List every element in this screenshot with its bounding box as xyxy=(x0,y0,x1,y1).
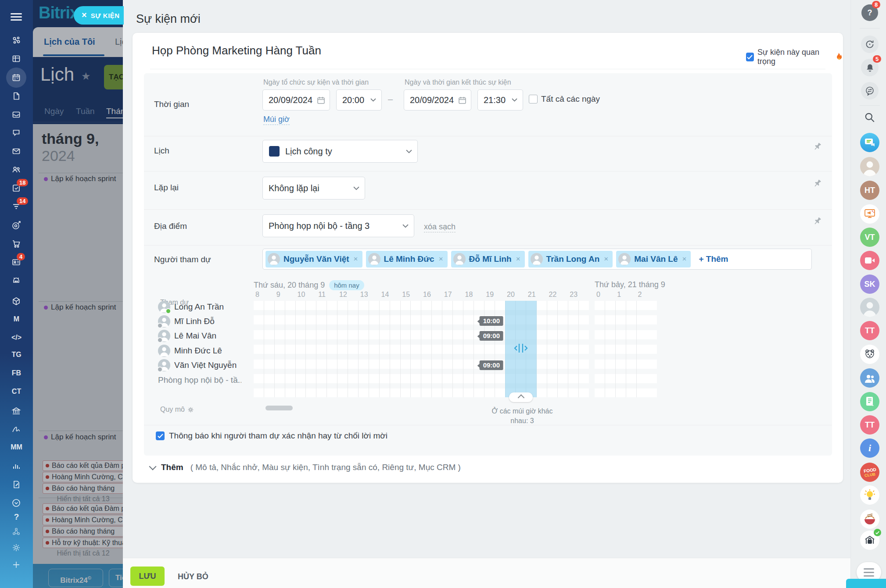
signature-icon[interactable] xyxy=(11,424,21,434)
security-avatar[interactable] xyxy=(860,531,879,550)
pin-icon[interactable] xyxy=(811,140,823,153)
messenger-avatar[interactable] xyxy=(860,133,879,152)
chat-exchange-button[interactable] xyxy=(861,82,879,100)
sidebar-item-ct[interactable]: CT xyxy=(0,388,33,396)
bank-icon[interactable] xyxy=(11,406,21,416)
calendar-select[interactable]: Lịch công ty xyxy=(262,140,418,163)
docs-avatar[interactable] xyxy=(860,392,879,411)
market-cube-icon[interactable] xyxy=(11,296,21,306)
avatar-tt[interactable]: TT xyxy=(860,321,879,340)
sidebar-item-fb[interactable]: FB xyxy=(0,369,33,377)
notify-checkbox-row[interactable]: Thông báo khi người tham dự xác nhận hay… xyxy=(156,431,387,441)
attendee-chip[interactable]: Lê Minh Đức × xyxy=(366,251,448,267)
hamburger-menu-icon[interactable] xyxy=(11,13,22,14)
all-day-checkbox[interactable] xyxy=(529,95,538,103)
pin-icon[interactable] xyxy=(811,215,823,227)
event-name-input[interactable]: Họp Phòng Marketing Hàng Tuần xyxy=(152,44,635,57)
today-badge: hôm nay xyxy=(329,280,364,290)
range-resize-handle[interactable] xyxy=(513,343,529,353)
sidebar-item-m[interactable]: M xyxy=(0,315,33,323)
divider xyxy=(144,171,832,171)
avatar-sk[interactable]: SK xyxy=(860,274,879,294)
drive-icon[interactable] xyxy=(11,110,21,119)
scale-control[interactable]: Quy mô xyxy=(160,406,194,413)
start-date-field[interactable]: 20/09/2024 xyxy=(262,89,330,110)
more-label[interactable]: Thêm xyxy=(161,463,183,472)
sidebar-item-code[interactable]: </> xyxy=(0,334,33,342)
calendar-picker-icon[interactable] xyxy=(317,96,325,104)
avatar-vt[interactable]: VT xyxy=(860,228,879,247)
save-button[interactable]: LƯU xyxy=(130,567,165,586)
end-date-field[interactable]: 20/09/2024 xyxy=(404,89,471,110)
end-time-field[interactable]: 21:30 xyxy=(477,89,523,110)
scheduler-scrollbar[interactable] xyxy=(265,406,293,410)
lunch-avatar[interactable] xyxy=(860,510,879,529)
remove-attendee-icon[interactable]: × xyxy=(604,255,608,264)
bear-avatar[interactable] xyxy=(860,345,879,364)
cart-icon[interactable] xyxy=(11,239,21,249)
history-sync-button[interactable] xyxy=(861,36,879,53)
attendee-name: Phòng họp nội bộ - tầ... xyxy=(158,375,241,385)
video-call-avatar[interactable] xyxy=(860,251,879,270)
important-checkbox-row[interactable]: Sự kiện này quan trọng xyxy=(746,48,843,66)
share-nodes-icon[interactable] xyxy=(11,527,21,536)
attendees-input[interactable]: Nguyễn Văn Việt × Lê Minh Đức × Đỗ Mĩ Li xyxy=(262,249,812,270)
mail-icon[interactable] xyxy=(11,146,21,156)
calendar-picker-icon[interactable] xyxy=(458,96,466,104)
remove-attendee-icon[interactable]: × xyxy=(354,255,358,264)
location-select[interactable]: Phòng họp nội bộ - tầng 3 xyxy=(262,214,414,237)
info-avatar[interactable]: i xyxy=(860,438,879,458)
help-icon[interactable]: ? xyxy=(0,512,33,522)
users-icon[interactable] xyxy=(11,165,21,175)
close-icon[interactable]: × xyxy=(82,10,87,20)
avatar-tt2[interactable]: TT xyxy=(860,415,879,435)
avatar-photo[interactable] xyxy=(860,157,879,176)
network-icon[interactable] xyxy=(11,36,21,45)
hour-label: 2 xyxy=(638,291,659,299)
all-day-checkbox-row[interactable]: Tất cả các ngày xyxy=(529,94,600,104)
marketing-avatar[interactable] xyxy=(860,204,879,224)
collapse-scheduler-button[interactable] xyxy=(509,392,533,402)
clear-location-link[interactable]: xóa sạch xyxy=(424,222,456,232)
attendee-chip[interactable]: Mai Vân Lê × xyxy=(616,251,691,267)
avatar-ht[interactable]: HT xyxy=(860,181,879,200)
avatar-photo[interactable] xyxy=(860,298,879,317)
add-attendee-button[interactable]: + Thêm xyxy=(699,254,728,264)
food-club-avatar[interactable]: FOOD CLUB xyxy=(860,463,879,482)
slider-close-tab[interactable]: × SỰ KIỆN xyxy=(74,6,124,25)
attendee-chip[interactable]: Trần Long An × xyxy=(528,251,613,267)
chat-icon[interactable] xyxy=(11,128,21,138)
chart-icon[interactable] xyxy=(11,461,21,471)
calendar-icon[interactable] xyxy=(11,73,21,82)
start-time-field[interactable]: 20:00 xyxy=(336,89,382,110)
important-checkbox[interactable] xyxy=(746,53,754,61)
document-icon[interactable] xyxy=(11,91,21,101)
cancel-button[interactable]: HỦY BỎ xyxy=(175,567,211,586)
timezone-link[interactable]: Múi giờ xyxy=(263,115,290,125)
idea-avatar[interactable] xyxy=(860,485,879,505)
sidebar-item-mm[interactable]: MM xyxy=(0,443,33,451)
chat-widget-edge[interactable] xyxy=(846,579,886,588)
notify-checkbox[interactable] xyxy=(156,431,165,440)
search-button[interactable] xyxy=(860,108,879,127)
remove-attendee-icon[interactable]: × xyxy=(682,255,687,264)
kanban-icon[interactable] xyxy=(11,54,21,64)
sidebar-item-tg[interactable]: TG xyxy=(0,351,33,359)
remove-attendee-icon[interactable]: × xyxy=(516,255,520,264)
doc-edit-icon[interactable] xyxy=(11,480,21,489)
invite-users-avatar[interactable] xyxy=(860,368,879,388)
gear-icon[interactable] xyxy=(187,406,194,413)
busy-time-badge: 10:00 xyxy=(480,316,503,326)
remove-attendee-icon[interactable]: × xyxy=(439,255,443,264)
attendee-chip[interactable]: Nguyễn Văn Việt × xyxy=(265,251,362,267)
target-icon[interactable] xyxy=(11,221,21,230)
pin-icon[interactable] xyxy=(811,177,823,189)
calendar-color-swatch xyxy=(269,146,280,157)
chevron-circle-icon[interactable] xyxy=(11,498,21,508)
robot-icon[interactable] xyxy=(11,276,21,285)
attendee-chip[interactable]: Đỗ Mĩ Linh × xyxy=(451,251,525,267)
more-options-row[interactable]: Thêm ( Mô tả, Nhắc nhở, Màu sự kiện, Tìn… xyxy=(150,463,461,472)
plus-icon[interactable] xyxy=(11,560,21,570)
gear-icon[interactable] xyxy=(11,543,21,552)
repeat-select[interactable]: Không lặp lại xyxy=(262,177,365,200)
